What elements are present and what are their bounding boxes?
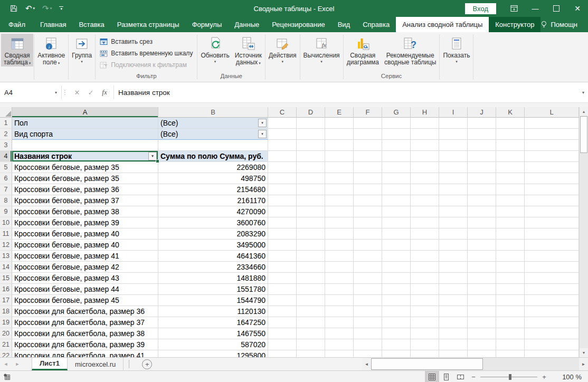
horizontal-scrollbar[interactable]: ◄ ► — [362, 358, 588, 370]
calculations-button[interactable]: fx Вычисления ▾ — [301, 34, 343, 64]
cell-b20[interactable]: 1467550 — [158, 328, 268, 339]
macro-record-button[interactable] — [3, 373, 11, 381]
cell-b2[interactable]: (Все)▾ — [158, 129, 268, 140]
cell-b11[interactable]: 2083290 — [158, 228, 268, 240]
sheet-nav-right-icon[interactable]: ► — [12, 358, 23, 370]
row-header[interactable]: 13 — [0, 251, 12, 262]
actions-button[interactable]: Действия ▾ — [266, 34, 299, 64]
ribbon-tab[interactable]: Вставка — [72, 17, 110, 32]
empty-cell[interactable] — [354, 328, 382, 339]
cell-a6[interactable]: Кроссовки беговые, размер 35 — [12, 173, 158, 184]
row-header[interactable]: 15 — [0, 273, 12, 284]
empty-cell[interactable] — [411, 184, 439, 195]
empty-cell[interactable] — [268, 217, 297, 228]
empty-cell[interactable] — [468, 240, 496, 251]
empty-cell[interactable] — [325, 217, 354, 228]
empty-cell[interactable] — [297, 273, 325, 284]
empty-cell[interactable] — [525, 228, 579, 240]
empty-cell[interactable] — [496, 306, 525, 317]
empty-cell[interactable] — [297, 251, 325, 262]
sheet-tab[interactable]: Лист1 — [32, 358, 68, 370]
empty-cell[interactable] — [325, 228, 354, 240]
insert-timeline-button[interactable]: Вставить временную шкалу — [98, 47, 194, 59]
empty-cell[interactable] — [268, 328, 297, 339]
zoom-slider[interactable] — [480, 377, 537, 377]
sheet-tab[interactable]: microexcel.ru — [68, 358, 124, 370]
sheet-nav-left-icon[interactable]: ◄ — [0, 358, 12, 370]
empty-cell[interactable] — [525, 339, 579, 350]
empty-cell[interactable] — [268, 339, 297, 350]
empty-cell[interactable] — [468, 284, 496, 295]
empty-cell[interactable] — [268, 306, 297, 317]
empty-cell[interactable] — [439, 339, 468, 350]
empty-cell[interactable] — [411, 195, 439, 206]
column-header[interactable]: I — [439, 107, 468, 118]
ribbon-tab[interactable]: Файл — [0, 17, 34, 32]
empty-cell[interactable] — [354, 295, 382, 306]
cell-a15[interactable]: Кроссовки беговые, размер 43 — [12, 273, 158, 284]
empty-cell[interactable] — [439, 195, 468, 206]
empty-cell[interactable] — [297, 284, 325, 295]
empty-cell[interactable] — [325, 350, 354, 357]
cell-b21[interactable]: 587020 — [158, 339, 268, 350]
empty-cell[interactable] — [468, 140, 496, 151]
active-field-button[interactable]: i Активное поле▾ — [35, 34, 68, 66]
cell-b16[interactable]: 1551780 — [158, 284, 268, 295]
cell-b3[interactable] — [158, 140, 268, 151]
empty-cell[interactable] — [325, 273, 354, 284]
empty-cell[interactable] — [354, 118, 382, 129]
empty-cell[interactable] — [439, 151, 468, 162]
empty-cell[interactable] — [354, 262, 382, 273]
empty-cell[interactable] — [468, 228, 496, 240]
empty-cell[interactable] — [382, 284, 411, 295]
column-header[interactable]: D — [297, 107, 325, 118]
empty-cell[interactable] — [297, 140, 325, 151]
cell-a16[interactable]: Кроссовки беговые, размер 44 — [12, 284, 158, 295]
empty-cell[interactable] — [468, 162, 496, 173]
empty-cell[interactable] — [525, 184, 579, 195]
empty-cell[interactable] — [297, 129, 325, 140]
filter-dropdown-icon[interactable]: ▾ — [258, 130, 267, 138]
empty-cell[interactable] — [354, 173, 382, 184]
empty-cell[interactable] — [496, 295, 525, 306]
ribbon-tab[interactable]: Рецензирование — [265, 17, 331, 32]
undo-button[interactable]: ↶▾ — [25, 4, 35, 13]
empty-cell[interactable] — [496, 129, 525, 140]
empty-cell[interactable] — [411, 129, 439, 140]
empty-cell[interactable] — [439, 206, 468, 217]
empty-cell[interactable] — [382, 295, 411, 306]
empty-cell[interactable] — [496, 350, 525, 357]
cell-b17[interactable]: 1544790 — [158, 295, 268, 306]
empty-cell[interactable] — [525, 206, 579, 217]
scroll-down-icon[interactable]: ▼ — [580, 348, 588, 357]
empty-cell[interactable] — [411, 306, 439, 317]
empty-cell[interactable] — [525, 262, 579, 273]
empty-cell[interactable] — [468, 217, 496, 228]
empty-cell[interactable] — [525, 251, 579, 262]
empty-cell[interactable] — [525, 328, 579, 339]
ribbon-tab[interactable]: Главная — [34, 17, 72, 32]
empty-cell[interactable] — [496, 262, 525, 273]
ribbon-tab[interactable]: Формулы — [186, 17, 229, 32]
cell-a20[interactable]: Кроссовки для баскетбола, размер 38 — [12, 328, 158, 339]
formula-bar-handle[interactable]: ⋮ — [62, 89, 68, 96]
cell-b15[interactable]: 1481880 — [158, 273, 268, 284]
empty-cell[interactable] — [468, 317, 496, 328]
empty-cell[interactable] — [439, 217, 468, 228]
empty-cell[interactable] — [439, 184, 468, 195]
empty-cell[interactable] — [496, 273, 525, 284]
cell-a9[interactable]: Кроссовки беговые, размер 38 — [12, 206, 158, 217]
empty-cell[interactable] — [439, 273, 468, 284]
row-header[interactable]: 7 — [0, 184, 12, 195]
empty-cell[interactable] — [525, 151, 579, 162]
vertical-scrollbar[interactable]: ▲ ▼ — [579, 107, 588, 357]
filter-dropdown-icon[interactable]: ▾ — [258, 119, 267, 127]
horizontal-scrollbar-thumb[interactable] — [371, 358, 483, 370]
cell-b13[interactable]: 4641360 — [158, 251, 268, 262]
empty-cell[interactable] — [496, 240, 525, 251]
empty-cell[interactable] — [297, 151, 325, 162]
empty-cell[interactable] — [297, 206, 325, 217]
cell-b8[interactable]: 2161170 — [158, 195, 268, 206]
empty-cell[interactable] — [325, 184, 354, 195]
empty-cell[interactable] — [411, 151, 439, 162]
